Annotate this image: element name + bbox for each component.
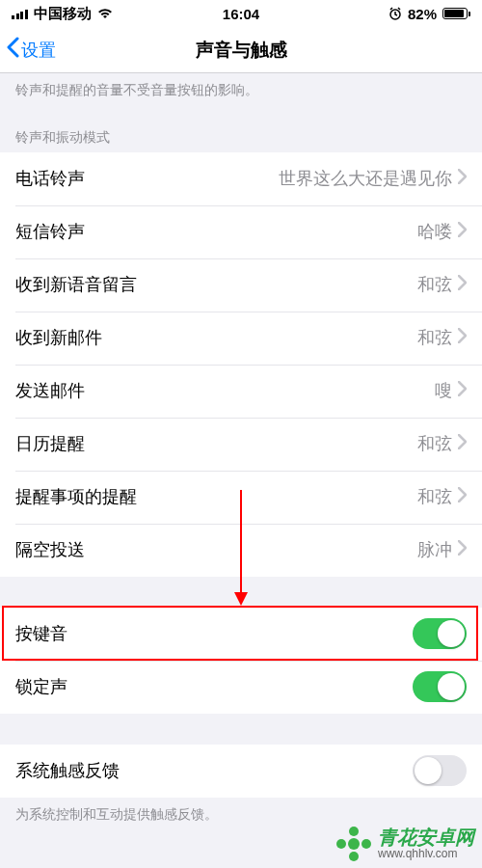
status-time: 16:04 <box>223 6 259 22</box>
watermark-url: www.qhhlv.com <box>378 848 474 860</box>
chevron-right-icon <box>458 487 467 506</box>
watermark-name: 青花安卓网 <box>378 827 474 848</box>
status-bar: 中国移动 16:04 82% <box>0 0 482 27</box>
svg-point-3 <box>348 838 360 850</box>
cell-new-mail[interactable]: 收到新邮件 和弦 <box>0 312 482 365</box>
toggle-group-haptics: 系统触感反馈 <box>0 745 482 798</box>
chevron-left-icon <box>6 37 19 63</box>
battery-percentage: 82% <box>408 6 437 22</box>
cell-label: 电话铃声 <box>15 167 85 190</box>
battery-icon <box>442 8 470 19</box>
cell-label: 隔空投送 <box>15 538 85 561</box>
sound-cell-group: 电话铃声 世界这么大还是遇见你 短信铃声 哈喽 收到新语音留言 和弦 收到新邮件… <box>0 152 482 577</box>
switch-keyboard-clicks[interactable] <box>413 618 467 649</box>
cell-lock-sound[interactable]: 锁定声 <box>0 661 482 714</box>
status-right: 82% <box>388 6 470 22</box>
cell-value: 和弦 <box>417 485 452 508</box>
ringer-note: 铃声和提醒的音量不受音量按钮的影响。 <box>0 73 482 114</box>
svg-point-6 <box>336 839 346 849</box>
toggle-group-sounds: 按键音 锁定声 <box>0 608 482 714</box>
chevron-right-icon <box>458 275 467 294</box>
cell-label: 日历提醒 <box>15 432 85 455</box>
switch-system-haptics[interactable] <box>413 755 467 786</box>
wifi-icon <box>97 8 113 19</box>
section-header-ring-vibrate: 铃声和振动模式 <box>0 114 482 152</box>
cell-value: 和弦 <box>417 432 452 455</box>
cell-label: 收到新邮件 <box>15 326 102 349</box>
watermark: 青花安卓网 www.qhhlv.com <box>335 826 474 862</box>
svg-point-7 <box>362 839 371 849</box>
back-button[interactable]: 设置 <box>0 37 56 63</box>
alarm-icon <box>388 7 402 20</box>
navigation-bar: 设置 声音与触感 <box>0 27 482 73</box>
chevron-right-icon <box>458 381 467 400</box>
cell-label: 锁定声 <box>15 675 67 698</box>
watermark-logo-icon <box>335 826 372 862</box>
chevron-right-icon <box>458 328 467 347</box>
cell-reminder[interactable]: 提醒事项的提醒 和弦 <box>0 471 482 524</box>
cell-value: 嗖 <box>435 379 452 402</box>
cell-value: 和弦 <box>417 326 452 349</box>
carrier-label: 中国移动 <box>34 5 92 23</box>
back-label: 设置 <box>21 39 56 62</box>
page-title: 声音与触感 <box>196 38 287 63</box>
switch-lock-sound[interactable] <box>413 671 467 702</box>
cell-value: 世界这么大还是遇见你 <box>279 167 452 190</box>
cell-label: 系统触感反馈 <box>15 759 120 782</box>
cell-text-tone[interactable]: 短信铃声 哈喽 <box>0 205 482 258</box>
chevron-right-icon <box>458 222 467 241</box>
cell-system-haptics[interactable]: 系统触感反馈 <box>0 745 482 798</box>
cell-calendar[interactable]: 日历提醒 和弦 <box>0 418 482 471</box>
svg-point-4 <box>349 827 359 836</box>
signal-bars-icon <box>12 8 28 19</box>
cell-airdrop[interactable]: 隔空投送 脉冲 <box>0 524 482 577</box>
chevron-right-icon <box>458 169 467 188</box>
chevron-right-icon <box>458 540 467 559</box>
cell-label: 按键音 <box>15 622 67 645</box>
cell-label: 短信铃声 <box>15 220 85 243</box>
cell-keyboard-clicks[interactable]: 按键音 <box>0 608 482 661</box>
cell-label: 提醒事项的提醒 <box>15 485 137 508</box>
chevron-right-icon <box>458 434 467 453</box>
cell-label: 收到新语音留言 <box>15 273 137 296</box>
status-left: 中国移动 <box>12 5 113 23</box>
cell-sent-mail[interactable]: 发送邮件 嗖 <box>0 365 482 418</box>
cell-value: 脉冲 <box>417 538 452 561</box>
cell-voicemail[interactable]: 收到新语音留言 和弦 <box>0 258 482 312</box>
cell-value: 和弦 <box>417 273 452 296</box>
svg-point-5 <box>349 852 359 861</box>
cell-label: 发送邮件 <box>15 379 85 402</box>
cell-ringtone[interactable]: 电话铃声 世界这么大还是遇见你 <box>0 152 482 205</box>
cell-value: 哈喽 <box>417 220 452 243</box>
